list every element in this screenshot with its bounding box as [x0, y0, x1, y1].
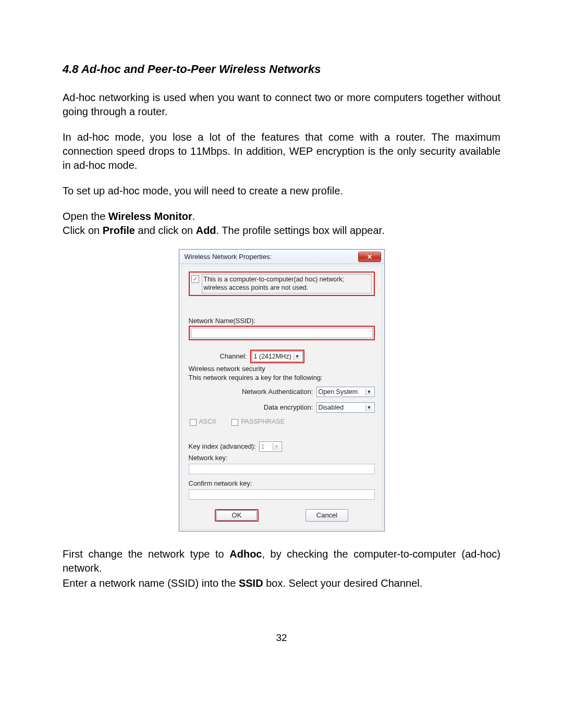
- adhoc-checkbox[interactable]: ✓: [191, 275, 199, 283]
- text-wireless-monitor: Wireless Monitor: [108, 211, 192, 222]
- section-heading: 4.8 Ad-hoc and Peer-to-Peer Wireless Net…: [63, 63, 500, 76]
- confirm-key-label: Confirm network key:: [189, 479, 252, 487]
- adhoc-checkbox-group[interactable]: ✓ This is a computer-to-computer(ad hoc)…: [189, 272, 375, 296]
- text-after2a: Enter a network name (SSID) into the: [63, 577, 239, 589]
- paragraph-intro-3: To set up ad-hoc mode, you will need to …: [63, 184, 500, 198]
- ok-button-highlight: OK: [215, 509, 259, 522]
- network-key-label: Network key:: [189, 454, 228, 462]
- text-click-c: and click on: [135, 225, 196, 236]
- passphrase-checkbox[interactable]: [231, 419, 238, 426]
- text-click-a: Click on: [63, 225, 103, 236]
- paragraph-intro-2: In ad-hoc mode, you lose a lot of the fe…: [63, 130, 500, 172]
- text-open-suffix: .: [192, 211, 195, 222]
- text-open-prefix: Open the: [63, 211, 108, 222]
- auth-dropdown[interactable]: Open System ▼: [316, 387, 375, 397]
- keyindex-label: Key index (advanced):: [189, 442, 256, 450]
- ssid-input[interactable]: [191, 328, 373, 338]
- auth-value: Open System: [319, 388, 358, 396]
- encryption-value: Disabled: [319, 404, 344, 411]
- after-paragraph-2: Enter a network name (SSID) into the SSI…: [63, 576, 500, 590]
- ascii-checkbox-row[interactable]: ASCII: [190, 418, 216, 426]
- page-number: 32: [63, 632, 500, 644]
- channel-label: Channel:: [220, 352, 247, 360]
- auth-label: Network Authentication:: [242, 388, 313, 396]
- text-profile: Profile: [103, 225, 135, 236]
- confirm-key-input[interactable]: [189, 489, 375, 500]
- text-adhoc-bold: Adhoc: [229, 548, 262, 560]
- passphrase-checkbox-row[interactable]: PASSPHRASE: [231, 418, 285, 426]
- click-instruction: Click on Profile and click on Add. The p…: [63, 224, 500, 238]
- ascii-label: ASCII: [199, 418, 216, 425]
- chevron-down-icon: ▼: [365, 388, 373, 396]
- dialog-titlebar: Wireless Network Properties: ✕: [179, 250, 384, 264]
- channel-dropdown[interactable]: 1 (2412MHz) ▼: [252, 351, 303, 362]
- security-heading: Wireless network security: [189, 365, 375, 373]
- text-after2c: box. Select your desired Channel.: [263, 577, 423, 589]
- after-paragraph-1: First change the network type to Adhoc, …: [63, 547, 500, 575]
- close-button[interactable]: ✕: [358, 252, 381, 262]
- passphrase-label: PASSPHRASE: [241, 418, 285, 425]
- dialog-title: Wireless Network Properties:: [185, 253, 358, 261]
- paragraph-intro-1: Ad-hoc networking is used when you want …: [63, 91, 500, 119]
- text-ssid-bold: SSID: [239, 577, 263, 589]
- open-instruction: Open the Wireless Monitor.: [63, 209, 500, 224]
- ssid-input-highlight: [189, 326, 375, 340]
- text-after1a: First change the network type to: [63, 548, 229, 560]
- encryption-label: Data encryption:: [264, 403, 313, 411]
- network-key-input[interactable]: [189, 464, 375, 474]
- keyindex-value: 1: [261, 443, 265, 450]
- ssid-label: Network Name(SSID):: [189, 317, 375, 325]
- ok-button[interactable]: OK: [216, 510, 257, 521]
- text-click-d: . The profile settings box will appear.: [216, 225, 385, 236]
- keyindex-dropdown[interactable]: 1 ▼: [259, 441, 282, 452]
- adhoc-checkbox-label: This is a computer-to-computer(ad hoc) n…: [202, 274, 372, 293]
- chevron-down-icon: ▼: [365, 404, 373, 411]
- channel-value: 1 (2412MHz): [254, 353, 291, 360]
- wireless-properties-dialog: Wireless Network Properties: ✕ ✓ This is…: [179, 249, 385, 532]
- chevron-down-icon: ▼: [273, 443, 280, 450]
- channel-highlight: 1 (2412MHz) ▼: [250, 350, 304, 363]
- chevron-down-icon: ▼: [293, 353, 301, 360]
- close-icon: ✕: [367, 253, 372, 261]
- security-subtext: This network requires a key for the foll…: [189, 374, 375, 381]
- encryption-dropdown[interactable]: Disabled ▼: [316, 402, 375, 413]
- text-add: Add: [196, 225, 216, 236]
- ascii-checkbox[interactable]: [190, 419, 197, 426]
- cancel-button[interactable]: Cancel: [305, 509, 348, 522]
